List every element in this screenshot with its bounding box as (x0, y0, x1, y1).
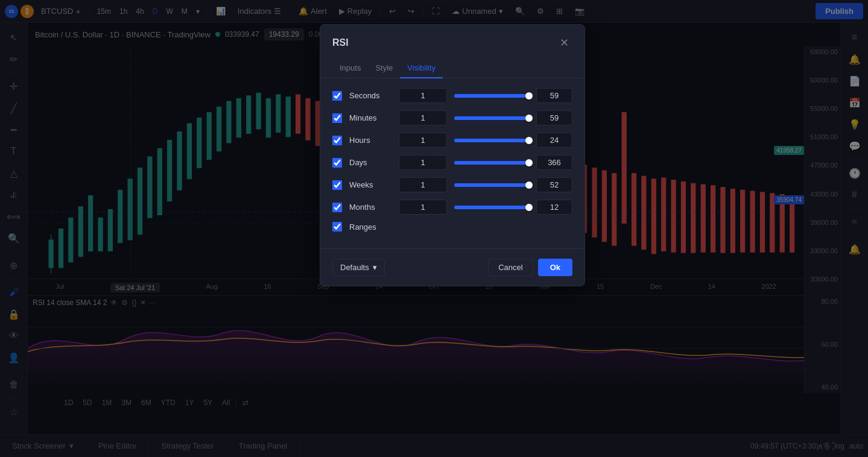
days-row: Days (332, 155, 572, 170)
modal-overlay: RSI ✕ Inputs Style Visibility Seconds (0, 0, 868, 457)
months-slider[interactable] (454, 206, 529, 209)
footer-buttons: Cancel Ok (488, 259, 572, 276)
hours-checkbox[interactable] (332, 136, 342, 145)
hours-label: Hours (349, 136, 391, 145)
modal-title: RSI (332, 37, 349, 48)
months-row: Months (332, 200, 572, 215)
minutes-label: Minutes (349, 113, 391, 122)
minutes-max-input[interactable] (536, 110, 572, 125)
defaults-label: Defaults (340, 263, 369, 272)
weeks-checkbox[interactable] (332, 180, 342, 190)
weeks-row: Weeks (332, 177, 572, 192)
weeks-max-input[interactable] (536, 177, 572, 192)
modal-footer: Defaults ▾ Cancel Ok (320, 248, 584, 286)
minutes-slider[interactable] (454, 116, 529, 120)
days-slider[interactable] (454, 161, 529, 165)
seconds-max-input[interactable] (536, 88, 572, 103)
ranges-label: Ranges (349, 222, 391, 232)
seconds-checkbox[interactable] (332, 91, 342, 101)
seconds-min-input[interactable] (399, 88, 447, 103)
months-label: Months (349, 203, 391, 212)
modal-header: RSI ✕ (320, 25, 584, 51)
defaults-chevron: ▾ (373, 263, 377, 272)
seconds-label: Seconds (349, 91, 391, 100)
minutes-row: Minutes (332, 110, 572, 125)
days-checkbox[interactable] (332, 158, 342, 168)
months-max-input[interactable] (536, 200, 572, 215)
days-label: Days (349, 158, 391, 167)
hours-slider[interactable] (454, 139, 529, 142)
hours-max-input[interactable] (536, 133, 572, 148)
months-min-input[interactable] (399, 200, 447, 215)
weeks-min-input[interactable] (399, 177, 447, 192)
cancel-button[interactable]: Cancel (488, 259, 533, 276)
ranges-checkbox[interactable] (332, 222, 342, 232)
weeks-label: Weeks (349, 180, 391, 189)
tab-visibility[interactable]: Visibility (400, 58, 443, 78)
modal-body: Seconds Minutes (320, 78, 584, 248)
defaults-button[interactable]: Defaults ▾ (332, 259, 385, 276)
months-checkbox[interactable] (332, 203, 342, 212)
ranges-row: Ranges (332, 222, 572, 232)
modal-close-button[interactable]: ✕ (556, 34, 572, 51)
seconds-row: Seconds (332, 88, 572, 103)
tab-style[interactable]: Style (368, 58, 400, 78)
days-max-input[interactable] (536, 155, 572, 170)
ok-button[interactable]: Ok (538, 259, 572, 276)
hours-row: Hours (332, 133, 572, 148)
rsi-modal: RSI ✕ Inputs Style Visibility Seconds (320, 24, 585, 286)
modal-tabs: Inputs Style Visibility (320, 51, 584, 78)
days-min-input[interactable] (399, 155, 447, 170)
weeks-slider[interactable] (454, 183, 529, 187)
minutes-checkbox[interactable] (332, 113, 342, 123)
seconds-slider[interactable] (454, 94, 529, 98)
hours-min-input[interactable] (399, 133, 447, 148)
minutes-min-input[interactable] (399, 110, 447, 125)
tab-inputs[interactable]: Inputs (332, 58, 368, 78)
